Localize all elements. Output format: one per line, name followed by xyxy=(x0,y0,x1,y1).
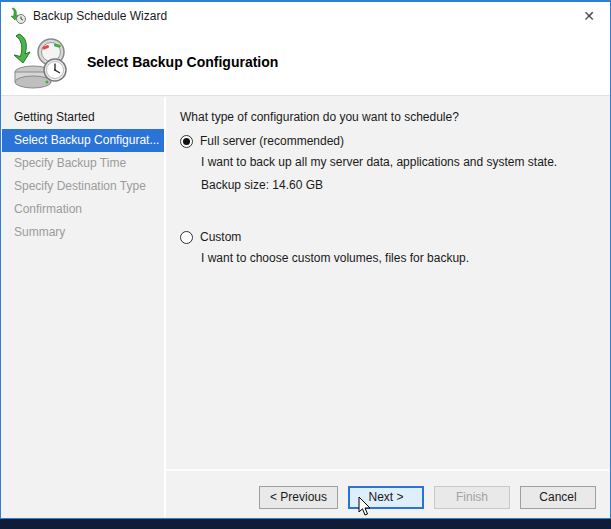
full-server-radio[interactable] xyxy=(180,135,193,148)
custom-radio[interactable] xyxy=(180,231,193,244)
finish-button: Finish xyxy=(434,486,510,509)
custom-description: I want to choose custom volumes, files f… xyxy=(201,251,609,265)
step-getting-started[interactable]: Getting Started xyxy=(2,106,164,129)
step-summary: Summary xyxy=(2,221,164,244)
step-specify-backup-time: Specify Backup Time xyxy=(2,152,164,175)
wizard-footer: < Previous Next > Finish Cancel xyxy=(166,486,596,510)
close-icon: ✕ xyxy=(583,8,595,24)
full-server-label: Full server (recommended) xyxy=(200,134,344,148)
wizard-header: Select Backup Configuration xyxy=(1,30,610,96)
custom-option[interactable]: Custom xyxy=(180,230,609,244)
backup-wizard-icon xyxy=(9,7,27,25)
full-server-option[interactable]: Full server (recommended) xyxy=(180,134,609,148)
backup-size-label: Backup size: 14.60 GB xyxy=(201,178,609,192)
backup-drive-clock-icon xyxy=(11,32,75,92)
full-server-description: I want to back up all my server data, ap… xyxy=(201,155,609,169)
question-label: What type of configuration do you want t… xyxy=(180,110,609,124)
custom-label: Custom xyxy=(200,230,241,244)
mouse-cursor xyxy=(358,496,374,518)
step-select-backup-configuration[interactable]: Select Backup Configurat... xyxy=(2,129,164,152)
page-title: Select Backup Configuration xyxy=(87,54,278,70)
step-confirmation: Confirmation xyxy=(2,198,164,221)
window-title: Backup Schedule Wizard xyxy=(33,9,167,23)
wizard-steps-sidebar: Getting Started Select Backup Configurat… xyxy=(2,97,164,517)
configuration-page-content: What type of configuration do you want t… xyxy=(166,97,609,469)
close-button[interactable]: ✕ xyxy=(568,2,610,30)
footer-divider xyxy=(166,469,609,471)
previous-button[interactable]: < Previous xyxy=(259,486,338,509)
cancel-button[interactable]: Cancel xyxy=(520,486,596,509)
title-bar: Backup Schedule Wizard ✕ xyxy=(1,2,610,30)
backup-schedule-wizard-window: Backup Schedule Wizard ✕ xyxy=(0,0,611,519)
step-specify-destination-type: Specify Destination Type xyxy=(2,175,164,198)
